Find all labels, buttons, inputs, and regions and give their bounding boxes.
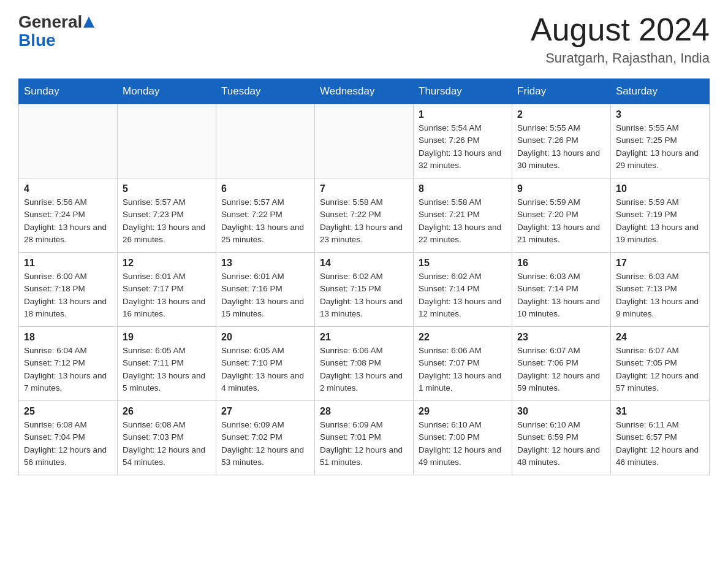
day-number: 28 (320, 406, 408, 417)
day-info: Sunrise: 6:02 AMSunset: 7:15 PMDaylight:… (320, 270, 408, 320)
day-number: 29 (419, 406, 507, 417)
day-number: 5 (123, 183, 211, 194)
day-number: 3 (616, 109, 704, 120)
day-info: Sunrise: 5:56 AMSunset: 7:24 PMDaylight:… (24, 196, 112, 246)
calendar-cell: 14Sunrise: 6:02 AMSunset: 7:15 PMDayligh… (315, 253, 414, 327)
day-number: 2 (517, 109, 605, 120)
day-number: 9 (517, 183, 605, 194)
day-info: Sunrise: 6:03 AMSunset: 7:14 PMDaylight:… (517, 270, 605, 320)
calendar-cell: 8Sunrise: 5:58 AMSunset: 7:21 PMDaylight… (414, 178, 512, 253)
col-thursday: Thursday (414, 79, 512, 104)
calendar-body: 1Sunrise: 5:54 AMSunset: 7:26 PMDaylight… (19, 104, 710, 475)
day-number: 8 (419, 183, 507, 194)
day-info: Sunrise: 6:10 AMSunset: 6:59 PMDaylight:… (517, 419, 605, 469)
day-info: Sunrise: 6:00 AMSunset: 7:18 PMDaylight:… (24, 270, 112, 320)
page-header: General Blue August 2024 Suratgarh, Raja… (18, 12, 710, 66)
calendar-cell: 22Sunrise: 6:06 AMSunset: 7:07 PMDayligh… (414, 327, 512, 401)
day-info: Sunrise: 5:55 AMSunset: 7:26 PMDaylight:… (517, 122, 605, 172)
day-number: 10 (616, 183, 704, 194)
day-number: 18 (24, 332, 112, 343)
day-info: Sunrise: 6:01 AMSunset: 7:17 PMDaylight:… (123, 270, 211, 320)
day-info: Sunrise: 6:10 AMSunset: 7:00 PMDaylight:… (419, 419, 507, 469)
calendar-cell: 31Sunrise: 6:11 AMSunset: 6:57 PMDayligh… (611, 401, 710, 475)
day-number: 14 (320, 258, 408, 269)
calendar-cell: 24Sunrise: 6:07 AMSunset: 7:05 PMDayligh… (611, 327, 710, 401)
day-number: 16 (517, 258, 605, 269)
calendar-week-row: 4Sunrise: 5:56 AMSunset: 7:24 PMDaylight… (19, 178, 710, 253)
calendar-cell: 18Sunrise: 6:04 AMSunset: 7:12 PMDayligh… (19, 327, 118, 401)
day-number: 12 (123, 258, 211, 269)
day-number: 13 (221, 258, 309, 269)
calendar-week-row: 25Sunrise: 6:08 AMSunset: 7:04 PMDayligh… (19, 401, 710, 475)
col-wednesday: Wednesday (315, 79, 414, 104)
calendar-cell: 23Sunrise: 6:07 AMSunset: 7:06 PMDayligh… (512, 327, 611, 401)
logo-triangle-icon (83, 17, 94, 28)
calendar-cell: 6Sunrise: 5:57 AMSunset: 7:22 PMDaylight… (216, 178, 315, 253)
calendar-cell: 17Sunrise: 6:03 AMSunset: 7:13 PMDayligh… (611, 253, 710, 327)
calendar-cell: 27Sunrise: 6:09 AMSunset: 7:02 PMDayligh… (216, 401, 315, 475)
calendar-cell: 26Sunrise: 6:08 AMSunset: 7:03 PMDayligh… (118, 401, 216, 475)
day-info: Sunrise: 6:08 AMSunset: 7:03 PMDaylight:… (123, 419, 211, 469)
calendar-cell: 1Sunrise: 5:54 AMSunset: 7:26 PMDaylight… (414, 104, 512, 178)
calendar-cell: 25Sunrise: 6:08 AMSunset: 7:04 PMDayligh… (19, 401, 118, 475)
calendar-cell (216, 104, 315, 178)
day-info: Sunrise: 6:06 AMSunset: 7:07 PMDaylight:… (419, 345, 507, 394)
day-info: Sunrise: 6:01 AMSunset: 7:16 PMDaylight:… (221, 270, 309, 320)
day-number: 15 (419, 258, 507, 269)
logo-general: General (18, 12, 82, 32)
day-number: 7 (320, 183, 408, 194)
day-info: Sunrise: 6:08 AMSunset: 7:04 PMDaylight:… (24, 419, 112, 469)
day-number: 6 (221, 183, 309, 194)
location-subtitle: Suratgarh, Rajasthan, India (531, 50, 710, 66)
calendar-week-row: 18Sunrise: 6:04 AMSunset: 7:12 PMDayligh… (19, 327, 710, 401)
day-info: Sunrise: 6:02 AMSunset: 7:14 PMDaylight:… (419, 270, 507, 320)
calendar-cell: 19Sunrise: 6:05 AMSunset: 7:11 PMDayligh… (118, 327, 216, 401)
day-number: 17 (616, 258, 704, 269)
calendar-cell: 21Sunrise: 6:06 AMSunset: 7:08 PMDayligh… (315, 327, 414, 401)
day-info: Sunrise: 6:07 AMSunset: 7:06 PMDaylight:… (517, 345, 605, 394)
header-row: Sunday Monday Tuesday Wednesday Thursday… (19, 79, 710, 104)
col-sunday: Sunday (19, 79, 118, 104)
calendar-cell: 13Sunrise: 6:01 AMSunset: 7:16 PMDayligh… (216, 253, 315, 327)
calendar-header: Sunday Monday Tuesday Wednesday Thursday… (19, 79, 710, 104)
day-number: 31 (616, 406, 704, 417)
day-number: 4 (24, 183, 112, 194)
day-info: Sunrise: 5:58 AMSunset: 7:21 PMDaylight:… (419, 196, 507, 246)
day-info: Sunrise: 5:54 AMSunset: 7:26 PMDaylight:… (419, 122, 507, 172)
calendar-week-row: 11Sunrise: 6:00 AMSunset: 7:18 PMDayligh… (19, 253, 710, 327)
day-info: Sunrise: 6:05 AMSunset: 7:10 PMDaylight:… (221, 345, 309, 394)
calendar-week-row: 1Sunrise: 5:54 AMSunset: 7:26 PMDaylight… (19, 104, 710, 178)
calendar-cell: 29Sunrise: 6:10 AMSunset: 7:00 PMDayligh… (414, 401, 512, 475)
day-number: 24 (616, 332, 704, 343)
day-info: Sunrise: 6:11 AMSunset: 6:57 PMDaylight:… (616, 419, 704, 469)
logo: General Blue (18, 12, 94, 50)
calendar-cell: 5Sunrise: 5:57 AMSunset: 7:23 PMDaylight… (118, 178, 216, 253)
day-info: Sunrise: 5:57 AMSunset: 7:22 PMDaylight:… (221, 196, 309, 246)
day-number: 25 (24, 406, 112, 417)
day-number: 30 (517, 406, 605, 417)
calendar-cell: 9Sunrise: 5:59 AMSunset: 7:20 PMDaylight… (512, 178, 611, 253)
day-number: 26 (123, 406, 211, 417)
calendar-cell: 20Sunrise: 6:05 AMSunset: 7:10 PMDayligh… (216, 327, 315, 401)
day-info: Sunrise: 5:59 AMSunset: 7:20 PMDaylight:… (517, 196, 605, 246)
day-number: 27 (221, 406, 309, 417)
calendar-cell: 2Sunrise: 5:55 AMSunset: 7:26 PMDaylight… (512, 104, 611, 178)
day-number: 19 (123, 332, 211, 343)
calendar-cell: 12Sunrise: 6:01 AMSunset: 7:17 PMDayligh… (118, 253, 216, 327)
logo-blue: Blue (18, 31, 56, 50)
calendar-cell: 7Sunrise: 5:58 AMSunset: 7:22 PMDaylight… (315, 178, 414, 253)
day-number: 1 (419, 109, 507, 120)
col-friday: Friday (512, 79, 611, 104)
day-info: Sunrise: 5:55 AMSunset: 7:25 PMDaylight:… (616, 122, 704, 172)
day-number: 23 (517, 332, 605, 343)
day-info: Sunrise: 6:03 AMSunset: 7:13 PMDaylight:… (616, 270, 704, 320)
logo-text: General (18, 12, 94, 32)
title-block: August 2024 Suratgarh, Rajasthan, India (531, 12, 710, 66)
calendar-cell: 30Sunrise: 6:10 AMSunset: 6:59 PMDayligh… (512, 401, 611, 475)
calendar-cell: 11Sunrise: 6:00 AMSunset: 7:18 PMDayligh… (19, 253, 118, 327)
svg-marker-0 (83, 17, 94, 28)
col-tuesday: Tuesday (216, 79, 315, 104)
calendar-table: Sunday Monday Tuesday Wednesday Thursday… (18, 79, 710, 475)
day-info: Sunrise: 6:09 AMSunset: 7:02 PMDaylight:… (221, 419, 309, 469)
day-number: 22 (419, 332, 507, 343)
